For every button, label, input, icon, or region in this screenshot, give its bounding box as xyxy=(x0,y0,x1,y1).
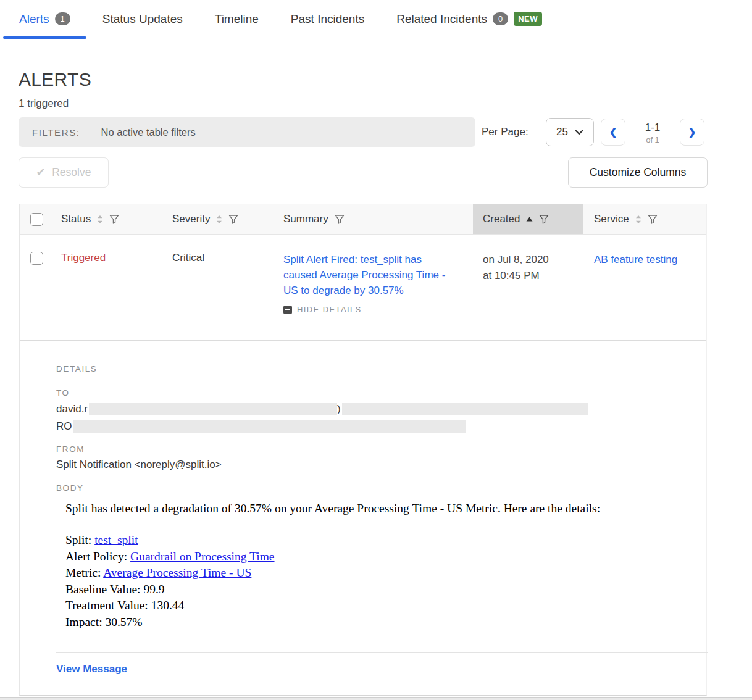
column-header-severity[interactable]: Severity xyxy=(165,204,276,234)
view-message-link[interactable]: View Message xyxy=(56,663,127,675)
service-link[interactable]: AB feature testing xyxy=(594,254,677,265)
hide-details-toggle[interactable]: HIDE DETAILS xyxy=(283,305,456,314)
row-select-cell xyxy=(20,252,54,340)
created-time: at 10:45 PM xyxy=(483,268,583,284)
tab-bar: Alerts 1 Status Updates Timeline Past In… xyxy=(0,0,713,38)
column-header-summary[interactable]: Summary xyxy=(276,204,473,234)
table-row: Triggered Critical Split Alert Fired: te… xyxy=(20,235,706,341)
resolve-button[interactable]: ✔ Resolve xyxy=(19,157,109,188)
column-severity-label: Severity xyxy=(172,213,210,225)
to-label: TO xyxy=(56,388,706,398)
filters-value: No active table filters xyxy=(101,127,196,138)
column-header-status[interactable]: Status xyxy=(54,204,165,234)
to-line-2: RO xyxy=(56,420,706,433)
chevron-down-icon xyxy=(575,130,583,135)
resolve-button-label: Resolve xyxy=(52,166,91,179)
column-header-service[interactable]: Service xyxy=(583,204,706,234)
field-treatment-value: Treatment Value: 130.44 xyxy=(65,598,706,614)
column-header-created[interactable]: Created xyxy=(473,204,583,234)
per-page-label: Per Page: xyxy=(482,126,528,138)
column-status-label: Status xyxy=(61,213,91,225)
email-body: Split has detected a degradation of 30.5… xyxy=(65,501,706,630)
tab-timeline-label: Timeline xyxy=(215,12,259,26)
field-baseline-value: Baseline Value: 99.9 xyxy=(65,581,706,598)
split-link[interactable]: test_split xyxy=(94,533,138,546)
email-intro: Split has detected a degradation of 30.5… xyxy=(65,501,706,516)
field-split-label: Split: xyxy=(65,533,94,546)
tab-related-incidents-label: Related Incidents xyxy=(396,12,487,26)
tab-alerts[interactable]: Alerts 1 xyxy=(3,0,86,38)
email-fields: Split: test_split Alert Policy: Guardrai… xyxy=(65,532,706,630)
per-page-select[interactable]: 25 xyxy=(546,118,594,146)
field-impact-label: Impact: xyxy=(65,615,105,628)
page-range: 1-1 of 1 xyxy=(631,122,674,144)
alert-details-panel: DETAILS TO david.r ) RO FROM Split Notif… xyxy=(20,341,706,675)
field-baseline-value-text: 99.9 xyxy=(143,583,164,596)
row-checkbox[interactable] xyxy=(30,252,43,265)
field-treatment-value-text: 130.44 xyxy=(151,599,185,612)
summary-cell: Split Alert Fired: test_split has caused… xyxy=(276,252,473,340)
prev-page-button[interactable]: ❮ xyxy=(601,119,625,146)
next-page-button[interactable]: ❯ xyxy=(680,119,704,146)
select-all-cell xyxy=(20,213,54,226)
metric-link[interactable]: Average Processing Time - US xyxy=(103,566,251,579)
redaction-box xyxy=(73,420,466,433)
chevron-right-icon: ❯ xyxy=(688,127,696,138)
sort-asc-icon xyxy=(526,217,533,222)
tab-status-updates[interactable]: Status Updates xyxy=(86,0,199,38)
from-value: Split Notification <noreply@split.io> xyxy=(56,459,706,472)
minus-square-icon xyxy=(283,306,292,314)
customize-columns-label: Customize Columns xyxy=(590,166,687,179)
created-cell: on Jul 8, 2020 at 10:45 PM xyxy=(473,252,583,340)
alerts-table: Status Severity Summary Created Service xyxy=(19,204,707,696)
chevron-left-icon: ❮ xyxy=(609,127,617,138)
field-treatment-label: Treatment Value: xyxy=(65,599,151,612)
summary-link[interactable]: Split Alert Fired: test_split has caused… xyxy=(283,252,456,298)
tab-timeline[interactable]: Timeline xyxy=(199,0,275,38)
hide-details-label: HIDE DETAILS xyxy=(297,305,362,314)
field-baseline-label: Baseline Value: xyxy=(65,583,143,596)
related-incidents-count-badge: 0 xyxy=(493,12,508,25)
to-line-1: david.r ) xyxy=(56,402,706,416)
customize-columns-button[interactable]: Customize Columns xyxy=(568,157,708,188)
redaction-box xyxy=(89,403,337,415)
filter-icon[interactable] xyxy=(539,214,549,224)
filter-icon[interactable] xyxy=(648,214,658,224)
page-range-total: of 1 xyxy=(631,135,674,144)
field-metric-label: Metric: xyxy=(65,566,103,579)
per-page-value: 25 xyxy=(556,126,568,138)
details-divider xyxy=(56,652,708,653)
filters-bar[interactable]: FILTERS: No active table filters xyxy=(19,117,475,147)
filter-icon[interactable] xyxy=(335,214,345,224)
filters-label: FILTERS: xyxy=(32,127,80,138)
column-service-label: Service xyxy=(594,213,629,225)
check-icon: ✔ xyxy=(36,166,46,179)
field-metric: Metric: Average Processing Time - US xyxy=(65,565,706,581)
created-date: on Jul 8, 2020 xyxy=(483,252,583,268)
tab-past-incidents[interactable]: Past Incidents xyxy=(275,0,380,38)
tab-status-updates-label: Status Updates xyxy=(102,12,183,26)
sort-icon xyxy=(216,215,222,224)
field-split: Split: test_split xyxy=(65,532,706,549)
column-created-label: Created xyxy=(483,213,520,225)
field-alert-policy-label: Alert Policy: xyxy=(65,550,130,563)
field-impact: Impact: 30.57% xyxy=(65,614,706,631)
redaction-box xyxy=(342,403,588,415)
to-line2-text: RO xyxy=(56,420,72,433)
select-all-checkbox[interactable] xyxy=(30,213,43,226)
alert-policy-link[interactable]: Guardrail on Processing Time xyxy=(130,550,274,563)
triggered-count-subtitle: 1 triggered xyxy=(19,98,69,110)
tab-related-incidents[interactable]: Related Incidents 0 NEW xyxy=(380,0,558,38)
details-title: DETAILS xyxy=(56,364,706,373)
sort-icon xyxy=(97,215,103,224)
field-impact-value-text: 30.57% xyxy=(105,615,142,628)
status-cell: Triggered xyxy=(54,252,165,340)
to-line1-mid-text: ) xyxy=(337,403,341,415)
page-range-value: 1-1 xyxy=(631,122,674,134)
filter-icon[interactable] xyxy=(109,214,119,224)
filter-icon[interactable] xyxy=(228,214,238,224)
body-label: BODY xyxy=(56,483,706,493)
from-label: FROM xyxy=(56,444,706,454)
sort-icon xyxy=(635,215,641,224)
severity-cell: Critical xyxy=(165,252,276,340)
